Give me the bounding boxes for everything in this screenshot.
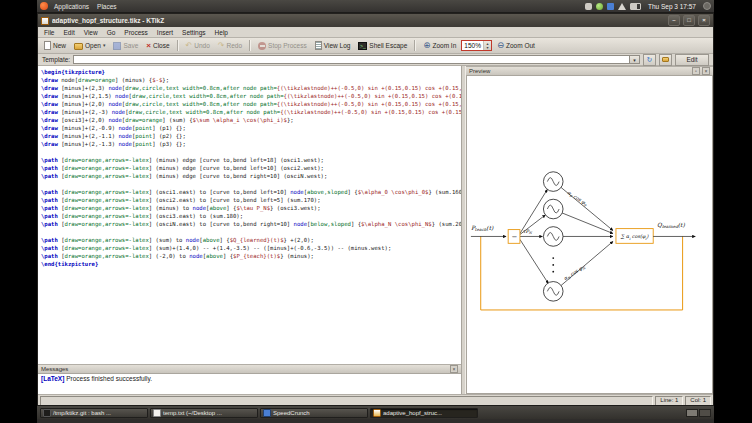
- save-disk-icon: [113, 42, 121, 50]
- clock[interactable]: Thu Sep 3 17:57: [648, 3, 696, 10]
- perturb-label: τPN: [523, 228, 533, 235]
- oscillator-node: [543, 172, 563, 192]
- preview-close-icon[interactable]: ×: [702, 67, 710, 75]
- preview-dock: Preview ▫ ×: [465, 66, 713, 394]
- network-icon[interactable]: [618, 3, 626, 10]
- preview-dock-header: Preview ▫ ×: [466, 66, 713, 76]
- messages-output: [LaTeX] Process finished successfully.: [38, 374, 461, 394]
- zoom-in-icon: ⊕: [423, 41, 430, 50]
- maximize-button[interactable]: □: [683, 15, 695, 26]
- menu-file[interactable]: File: [40, 29, 58, 36]
- code-editor[interactable]: \begin{tikzpicture}\draw node[draw=orang…: [38, 66, 461, 364]
- template-browse-button[interactable]: [659, 54, 672, 66]
- taskbar: /tmp/ktikz.git : bash ... temp.txt (~/De…: [37, 405, 714, 419]
- status-line: Line: 1: [655, 396, 683, 406]
- log-icon: [315, 41, 322, 50]
- battery-icon[interactable]: [630, 3, 641, 10]
- zoom-level-value: 150%: [462, 42, 483, 49]
- terminal-app-icon: [43, 409, 51, 417]
- power-icon[interactable]: [703, 2, 711, 10]
- redo-icon: ↷: [218, 41, 225, 50]
- oscillator-node: [543, 282, 563, 302]
- workspace-switcher[interactable]: [686, 409, 711, 417]
- close-file-icon: ×: [146, 41, 151, 50]
- chat-tray-icon[interactable]: [585, 3, 592, 10]
- bluetooth-icon[interactable]: [607, 3, 614, 10]
- preview-title: Preview: [469, 68, 690, 74]
- left-pane: \begin{tikzpicture}\draw node[draw=orang…: [38, 66, 462, 394]
- zoom-spinner[interactable]: ▴ ▾: [483, 41, 491, 50]
- template-reload-button[interactable]: ↻: [643, 54, 656, 66]
- workspace-2[interactable]: [699, 409, 711, 417]
- open-folder-icon: [74, 43, 83, 50]
- places-menu[interactable]: Places: [95, 3, 119, 10]
- menu-insert[interactable]: Insert: [153, 29, 177, 36]
- message-tag: [LaTeX]: [41, 375, 64, 382]
- toolbar-separator: [414, 40, 416, 51]
- terminal-icon: >_: [358, 42, 367, 50]
- zoom-level-combo[interactable]: 150% ▴ ▾: [461, 40, 492, 51]
- template-label: Template:: [42, 56, 70, 63]
- template-bar: Template: ▾ ↻ Edit: [38, 54, 713, 66]
- titlebar[interactable]: adaptive_hopf_structure.tikz - KTikZ – □…: [38, 14, 713, 27]
- zoom-in-button[interactable]: ⊕ Zoom In: [420, 40, 459, 51]
- messages-dock-header: Messages ×: [38, 364, 461, 374]
- menu-edit[interactable]: Edit: [59, 29, 78, 36]
- menu-help[interactable]: Help: [211, 29, 232, 36]
- open-dropdown-icon[interactable]: ▾: [103, 41, 106, 50]
- spin-down-icon[interactable]: ▾: [486, 46, 488, 50]
- me-menu-icon[interactable]: [596, 3, 603, 10]
- menu-process[interactable]: Process: [120, 29, 151, 36]
- workspace-1[interactable]: [686, 409, 698, 417]
- taskbar-item-texteditor[interactable]: temp.txt (~/Desktop ...: [150, 408, 258, 418]
- minimize-button[interactable]: –: [668, 15, 680, 26]
- preview-float-icon[interactable]: ▫: [692, 67, 700, 75]
- ktikz-window: adaptive_hopf_structure.tikz - KTikZ – □…: [37, 13, 714, 407]
- zoom-out-button[interactable]: ⊖ Zoom Out: [494, 40, 538, 51]
- template-edit-button[interactable]: Edit: [675, 54, 709, 66]
- redo-button[interactable]: ↷ Redo: [215, 40, 245, 51]
- preview-canvas: − ∑ αi cos(φi) Pteach(t) Qlearned(t) τPN…: [466, 76, 713, 394]
- messages-close-icon[interactable]: ×: [450, 365, 458, 373]
- weight-bottom-label: αN cos φN: [562, 263, 587, 283]
- toolbar: New Open ▾ Save × Close ↶ Undo ↷: [38, 38, 713, 54]
- undo-button[interactable]: ↶ Undo: [183, 40, 213, 51]
- zoom-out-icon: ⊖: [497, 41, 504, 50]
- distro-logo-icon[interactable]: [40, 2, 48, 10]
- weight-top-label: α0 cos φ0: [566, 189, 589, 208]
- open-button[interactable]: Open ▾: [71, 40, 108, 51]
- screen: Applications Places Thu Sep 3 17:57 adap…: [0, 0, 752, 423]
- new-file-icon: [44, 41, 51, 50]
- taskbar-item-ktikz[interactable]: adaptive_hopf_struc...: [370, 408, 478, 418]
- window-title: adaptive_hopf_structure.tikz - KTikZ: [52, 17, 665, 24]
- close-button[interactable]: ×: [698, 15, 710, 26]
- status-message-area: [40, 396, 653, 406]
- ellipsis-dot: [552, 271, 554, 273]
- output-label: Qlearned(t): [657, 222, 685, 229]
- input-label: Pteach(t): [471, 225, 494, 232]
- app-icon: [41, 17, 49, 25]
- new-button[interactable]: New: [41, 40, 69, 51]
- shell-escape-button[interactable]: >_ Shell Escape: [355, 41, 410, 51]
- stop-process-button[interactable]: Stop Process: [255, 41, 310, 51]
- taskbar-item-speedcrunch[interactable]: SpeedCrunch: [260, 408, 368, 418]
- applications-menu[interactable]: Applications: [52, 3, 91, 10]
- fanin-edge: [562, 213, 613, 234]
- menu-view[interactable]: View: [80, 29, 102, 36]
- menu-go[interactable]: Go: [103, 29, 120, 36]
- taskbar-item-terminal[interactable]: /tmp/ktikz.git : bash ...: [40, 408, 148, 418]
- preview-diagram: − ∑ αi cos(φi) Pteach(t) Qlearned(t) τPN…: [467, 76, 712, 393]
- view-log-button[interactable]: View Log: [312, 40, 354, 51]
- toolbar-separator: [249, 40, 251, 51]
- status-col: Col: 1: [685, 396, 711, 406]
- menu-settings[interactable]: Settings: [178, 29, 210, 36]
- close-file-button[interactable]: × Close: [143, 40, 172, 51]
- template-combobox[interactable]: ▾: [73, 55, 640, 64]
- template-dropdown-icon[interactable]: ▾: [629, 56, 639, 63]
- undo-icon: ↶: [186, 41, 193, 50]
- ktikz-app-icon: [373, 409, 381, 417]
- oscillator-node: [543, 227, 563, 247]
- desktop: Applications Places Thu Sep 3 17:57 adap…: [37, 0, 714, 423]
- save-button[interactable]: Save: [110, 41, 141, 51]
- message-text: Process finished successfully.: [64, 375, 152, 382]
